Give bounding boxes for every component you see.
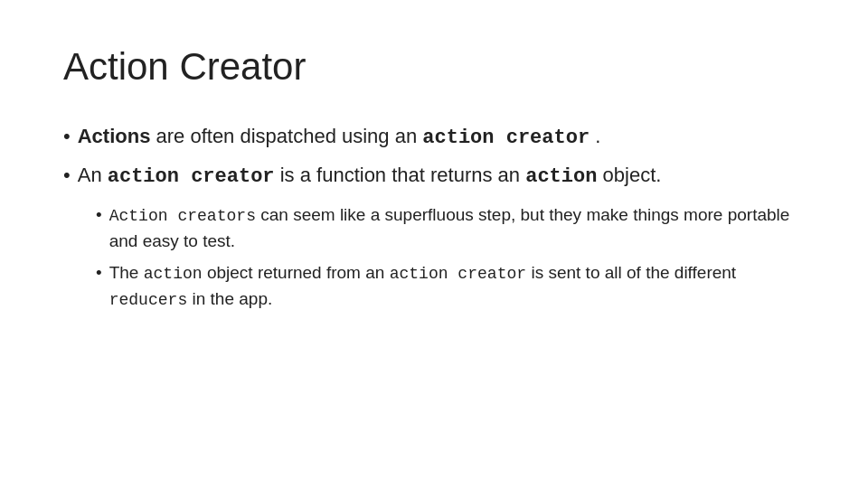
reducers-code: reducers [109, 291, 188, 309]
action-creator-inline: action creator [390, 265, 527, 283]
bullet-symbol-1: • [63, 121, 71, 151]
bullet-text-2: An action creator is a function that ret… [78, 160, 662, 192]
actions-keyword: Actions [78, 125, 151, 147]
bullet-text-1: Actions are often dispatched using an ac… [78, 121, 601, 153]
slide-title: Action Creator [63, 45, 805, 89]
action-code-inline: action [144, 265, 203, 283]
slide: Action Creator • Actions are often dispa… [0, 0, 868, 488]
sub-bullet-item-1: • Action creators can seem like a superf… [96, 202, 805, 255]
sub-bullets: • Action creators can seem like a superf… [96, 202, 805, 313]
sub-bullet-symbol-1: • [96, 202, 102, 229]
action-creators-code: Action creators [109, 207, 256, 225]
content-area: • Actions are often dispatched using an … [63, 121, 805, 313]
action-creator-code-2: action creator [108, 165, 275, 188]
sub-bullet-text-1: Action creators can seem like a superflu… [109, 202, 805, 255]
sub-bullet-symbol-2: • [96, 260, 102, 286]
sub-bullet-item-2: • The action object returned from an act… [96, 260, 805, 313]
action-keyword: action [525, 165, 597, 188]
sub-bullet-text-2: The action object returned from an actio… [109, 260, 805, 313]
bullet-symbol-2: • [63, 160, 71, 190]
bullet-item-2: • An action creator is a function that r… [63, 160, 805, 192]
bullet-item-1: • Actions are often dispatched using an … [63, 121, 805, 153]
action-creator-code-1: action creator [422, 127, 590, 149]
